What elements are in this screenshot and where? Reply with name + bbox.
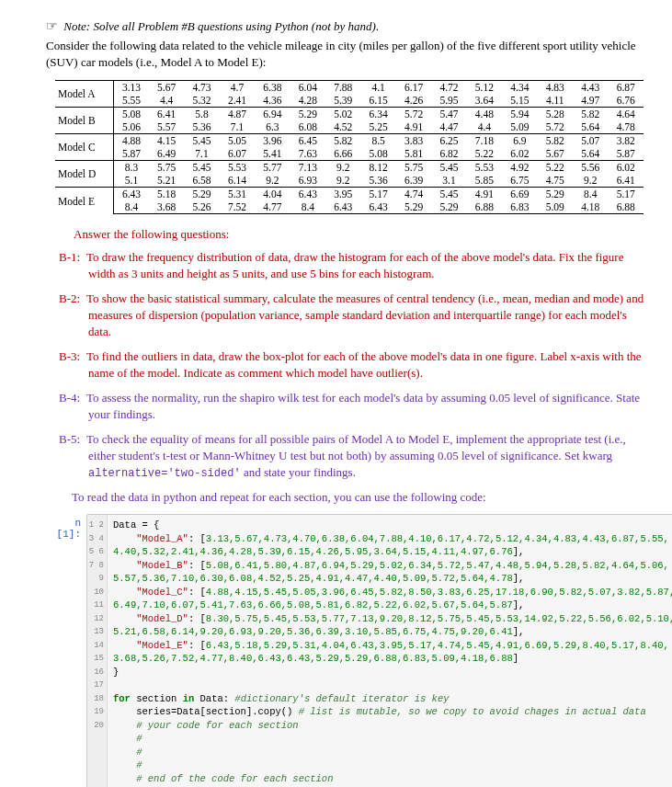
data-cell: 5.55 [114,94,149,108]
data-cell: 6.15 [360,94,395,108]
data-cell: 3.95 [325,188,360,201]
data-cell: 5.75 [149,161,184,175]
data-cell: 4.47 [431,120,466,134]
question-item: B-3:To find the outliers in data, draw t… [59,348,644,382]
data-cell: 4.26 [396,94,431,108]
question-text: To show the basic statistical summary, c… [86,291,644,338]
question-item: B-1:To draw the frequency distribution o… [59,249,644,282]
data-cell: 5.94 [502,108,537,121]
data-cell: 5.29 [184,188,219,201]
data-cell: 4.4 [467,120,502,134]
data-cell: 6.66 [325,147,360,161]
data-cell: 6.75 [502,174,537,188]
data-cell: 5.02 [325,108,360,121]
data-cell: 5.64 [573,147,608,161]
data-cell: 5.28 [538,108,573,121]
data-cell: 4.97 [573,94,608,108]
data-cell: 4.11 [538,94,573,108]
data-cell: 5.31 [220,188,255,201]
question-list: B-1:To draw the frequency distribution o… [46,249,644,481]
intro-paragraph: Consider the following data related to t… [46,38,644,71]
data-cell: 5.81 [396,147,431,161]
data-cell: 5.22 [467,147,502,161]
data-cell: 5.77 [255,161,290,175]
data-cell: 6.82 [431,147,466,161]
data-cell: 5.22 [538,161,573,175]
data-cell: 5.07 [573,134,608,148]
data-cell: 9.2 [325,161,360,175]
data-cell: 3.83 [396,134,431,148]
data-cell: 4.28 [290,94,325,108]
data-cell: 6.94 [255,108,290,121]
data-cell: 5.75 [396,161,431,175]
data-cell: 7.13 [290,161,325,175]
data-cell: 4.77 [255,200,290,214]
data-cell: 3.82 [608,134,644,148]
data-cell: 5.45 [431,188,466,201]
data-cell: 6.43 [114,188,149,201]
data-cell: 6.49 [149,147,184,161]
data-cell: 4.43 [573,81,608,95]
data-cell: 6.08 [290,120,325,134]
data-cell: 6.43 [325,200,360,214]
data-cell: 5.82 [538,134,573,148]
data-cell: 6.88 [467,200,502,214]
data-cell: 5.8 [184,108,219,121]
data-cell: 5.87 [114,147,149,161]
question-text: To draw the frequency distribution of da… [86,250,623,280]
data-cell: 6.87 [608,81,644,95]
data-cell: 5.17 [608,188,644,201]
data-cell: 5.64 [573,120,608,134]
data-cell: 5.41 [255,147,290,161]
data-cell: 4.74 [396,188,431,201]
data-cell: 9.2 [325,174,360,188]
code-content[interactable]: Data = { "Model_A": [3.13,5.67,4.73,4.70… [108,515,672,787]
question-label: B-4: [59,390,86,406]
data-cell: 2.41 [220,94,255,108]
data-cell: 5.36 [360,174,395,188]
data-cell: 3.1 [431,174,466,188]
data-cell: 8.3 [114,161,149,175]
data-cell: 3.13 [114,81,149,95]
data-cell: 6.93 [290,174,325,188]
pointing-hand-icon: ☞ [46,19,58,33]
data-cell: 5.67 [149,81,184,95]
question-label: B-1: [59,249,86,266]
data-cell: 7.88 [325,81,360,95]
data-cell: 6.02 [608,161,644,175]
data-cell: 5.82 [573,108,608,121]
data-cell: 6.88 [608,200,644,214]
code-box[interactable]: 1 2 3 4 5 6 7 8 9 10 11 12 13 14 15 16 1… [86,514,672,787]
data-cell: 5.45 [184,134,219,148]
data-cell: 7.63 [290,147,325,161]
data-cell: 5.45 [431,161,466,175]
data-cell: 5.12 [467,81,502,95]
data-cell: 7.1 [184,147,219,161]
data-cell: 5.53 [467,161,502,175]
data-cell: 7.1 [220,120,255,134]
question-item: B-2:To show the basic statistical summar… [59,291,644,340]
data-cell: 9.2 [255,174,290,188]
data-cell: 4.15 [149,134,184,148]
model-label: Model B [55,108,114,134]
data-cell: 6.17 [396,81,431,95]
data-table: Model A3.135.674.734.76.386.047.884.16.1… [55,80,644,214]
data-cell: 6.58 [184,174,219,188]
data-cell: 6.9 [502,134,537,148]
data-cell: 5.29 [290,108,325,121]
data-cell: 8.12 [360,161,395,175]
data-cell: 6.34 [360,108,395,121]
data-cell: 5.09 [538,200,573,214]
data-cell: 4.91 [467,188,502,201]
data-cell: 4.34 [502,81,537,95]
data-cell: 6.25 [431,134,466,148]
data-cell: 5.29 [538,188,573,201]
data-cell: 4.1 [360,81,395,95]
note-text: Note: Solve all Problem #B questions usi… [63,19,379,33]
question-text: To find the outliers in data, draw the b… [86,349,642,380]
data-cell: 8.4 [573,188,608,201]
data-cell: 5.72 [538,120,573,134]
line-gutter: 1 2 3 4 5 6 7 8 9 10 11 12 13 14 15 16 1… [87,515,108,787]
data-cell: 6.02 [502,147,537,161]
data-cell: 9.2 [573,174,608,188]
